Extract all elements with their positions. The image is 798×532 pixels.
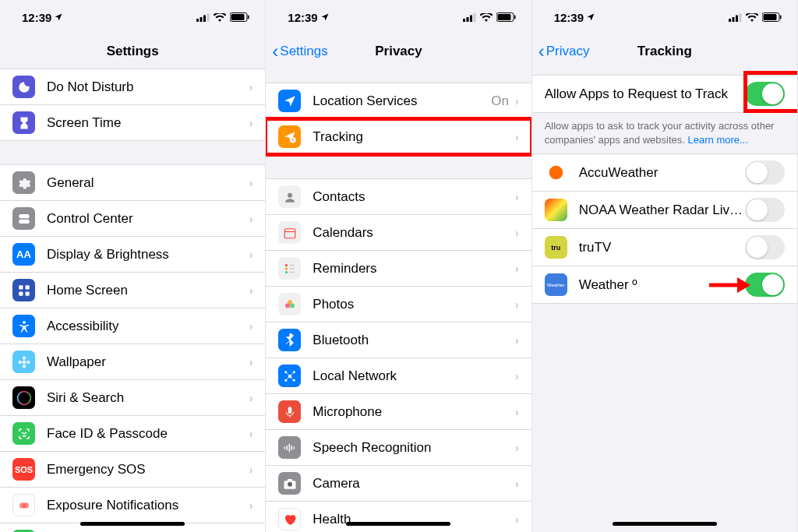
status-bar: 12:39 — [0, 0, 265, 34]
list-item[interactable]: Location ServicesOn› — [266, 83, 531, 119]
svg-point-14 — [22, 360, 26, 364]
list-item[interactable]: Home Screen› — [0, 273, 265, 308]
app-tracking-toggle[interactable]: NOAA Weather Radar Live: Cl… — [532, 192, 797, 229]
list-item[interactable]: Wallpaper› — [0, 344, 265, 380]
list-item[interactable]: Control Center› — [0, 201, 265, 237]
list-item[interactable]: Camera› — [266, 466, 531, 502]
weather-icon: Weather — [545, 273, 567, 296]
chevron-right-icon: › — [515, 334, 519, 347]
svg-rect-63 — [732, 17, 734, 22]
list-item[interactable]: Exposure Notifications› — [0, 488, 265, 523]
back-label: Privacy — [546, 44, 590, 59]
accuweather-icon — [545, 161, 567, 184]
learn-more-link[interactable]: Learn more... — [688, 134, 748, 146]
list-item[interactable]: Reminders› — [266, 251, 531, 287]
list-item[interactable]: Microphone› — [266, 394, 531, 430]
speech-icon — [278, 436, 301, 459]
back-button[interactable]: ‹ Settings — [272, 41, 327, 62]
list-item[interactable]: Bluetooth› — [266, 322, 531, 358]
svg-line-55 — [290, 376, 294, 380]
app-tracking-toggle[interactable]: AccuWeather — [532, 153, 797, 192]
svg-point-16 — [22, 365, 26, 368]
cell-label: Do Not Disturb — [47, 79, 249, 95]
svg-rect-33 — [514, 16, 516, 19]
svg-rect-5 — [231, 14, 245, 20]
list-item[interactable]: Photos› — [266, 287, 531, 322]
faceid-icon — [12, 422, 35, 445]
settings-list[interactable]: Do Not Disturb›Screen Time›General›Contr… — [0, 69, 265, 532]
back-button[interactable]: ‹ Privacy — [538, 41, 590, 62]
privacy-list[interactable]: Location ServicesOn›Tracking›Contacts›Ca… — [266, 69, 531, 532]
status-time: 12:39 — [288, 11, 317, 24]
nav-bar: Settings — [0, 34, 265, 69]
list-item[interactable]: Screen Time› — [0, 105, 265, 141]
list-item[interactable]: AADisplay & Brightness› — [0, 237, 265, 273]
tracking-screen: 12:39 ‹ Privacy Tracking Allow Apps to R — [532, 0, 798, 532]
grid-icon — [12, 279, 35, 301]
list-item[interactable]: Do Not Disturb› — [0, 69, 265, 105]
toggle-switch[interactable] — [745, 198, 785, 222]
list-item[interactable]: Tracking› — [266, 119, 531, 155]
settings-screen: 12:39 Settings Do Not Disturb›Screen Tim… — [0, 0, 266, 532]
app-tracking-toggle[interactable]: trutruTV — [532, 229, 797, 266]
chevron-right-icon: › — [249, 213, 253, 225]
list-item[interactable]: Accessibility› — [0, 308, 265, 344]
moon-icon — [12, 76, 35, 98]
chevron-right-icon: › — [515, 262, 519, 275]
svg-line-54 — [286, 376, 290, 380]
svg-point-40 — [285, 271, 288, 273]
toggle-switch[interactable] — [745, 160, 785, 185]
toggle-switch[interactable] — [745, 82, 785, 106]
chevron-right-icon: › — [515, 298, 519, 311]
svg-point-23 — [23, 502, 29, 509]
chevron-right-icon: › — [249, 320, 253, 333]
allow-tracking-master-toggle[interactable]: Allow Apps to Request to Track — [532, 75, 797, 113]
list-item[interactable]: General› — [0, 164, 265, 201]
svg-rect-12 — [25, 291, 29, 295]
svg-rect-67 — [763, 14, 776, 20]
wifi-icon — [480, 13, 493, 22]
list-item[interactable]: Speech Recognition› — [266, 430, 531, 466]
chevron-right-icon: › — [515, 227, 519, 239]
svg-rect-9 — [19, 285, 23, 289]
gear-icon — [12, 171, 35, 194]
accessibility-icon — [12, 315, 35, 337]
list-item[interactable]: SOSEmergency SOS› — [0, 452, 265, 488]
cell-label: Tracking — [312, 129, 515, 145]
svg-rect-32 — [497, 14, 510, 20]
chevron-right-icon: › — [515, 513, 519, 526]
svg-rect-2 — [203, 15, 206, 22]
toggle-switch[interactable] — [745, 235, 785, 259]
list-item[interactable]: Local Network› — [266, 358, 531, 394]
home-indicator[interactable] — [613, 522, 717, 526]
cellular-signal-icon — [729, 13, 742, 22]
flower-icon — [12, 351, 35, 373]
svg-rect-3 — [207, 13, 210, 22]
home-indicator[interactable] — [346, 522, 450, 526]
app-name: truTV — [579, 240, 745, 255]
trutv-icon: tru — [545, 236, 567, 259]
cell-label: Calendars — [312, 225, 515, 241]
battery-icon — [230, 12, 249, 22]
cell-label: Wallpaper — [47, 354, 249, 370]
svg-point-39 — [285, 267, 288, 270]
cell-label: Screen Time — [47, 115, 249, 131]
cell-label: Reminders — [312, 261, 515, 277]
app-tracking-toggle[interactable]: WeatherWeather º — [532, 266, 797, 304]
app-name: NOAA Weather Radar Live: Cl… — [579, 203, 745, 218]
list-item[interactable]: Health› — [266, 502, 531, 532]
home-indicator[interactable] — [80, 522, 185, 526]
chevron-right-icon: › — [515, 370, 519, 382]
cell-label: Siri & Search — [47, 390, 249, 406]
siri-icon — [12, 386, 35, 409]
list-item[interactable]: Siri & Search› — [0, 380, 265, 416]
chevron-right-icon: › — [515, 95, 519, 107]
status-time: 12:39 — [22, 11, 51, 24]
svg-line-52 — [286, 372, 290, 375]
cell-label: Photos — [312, 297, 515, 312]
list-item[interactable]: Face ID & Passcode› — [0, 416, 265, 452]
list-item[interactable]: Contacts› — [266, 178, 531, 215]
toggle-switch[interactable] — [745, 273, 785, 297]
cell-label: Face ID & Passcode — [47, 426, 249, 442]
list-item[interactable]: Calendars› — [266, 215, 531, 251]
